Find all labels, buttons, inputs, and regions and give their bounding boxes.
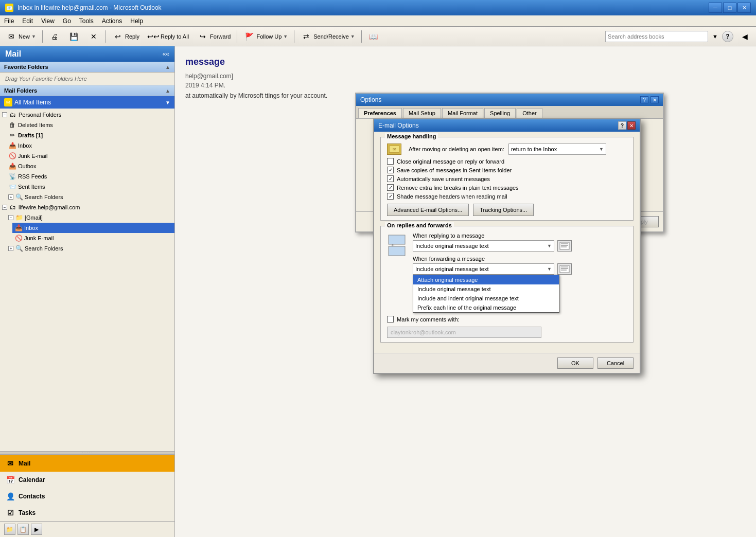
- junk-gmail-icon: 🚫: [14, 234, 23, 242]
- tree-rss[interactable]: 📡 RSS Feeds: [6, 171, 174, 182]
- search-personal-label: Search Folders: [25, 194, 63, 200]
- menu-edit[interactable]: Edit: [18, 16, 37, 26]
- nav-footer-shortcuts[interactable]: 📋: [17, 524, 29, 535]
- tree-sent[interactable]: 📨 Sent Items: [6, 182, 174, 192]
- forwarding-select-container: Include original message text ▼ Attach o…: [413, 263, 554, 275]
- cb-save-copies[interactable]: [387, 167, 394, 173]
- expand-search-personal[interactable]: +: [8, 194, 13, 200]
- tree-lifewire-account[interactable]: − 🗂 lifewire.help@gmail.com: [0, 202, 174, 212]
- forwarding-format-btn[interactable]: [557, 263, 572, 275]
- cb-auto-save[interactable]: [387, 175, 394, 182]
- tree-inbox-personal[interactable]: 📥 Inbox: [6, 140, 174, 151]
- menu-view[interactable]: View: [37, 16, 59, 26]
- expand-gmail[interactable]: −: [8, 215, 13, 220]
- sidebar-collapse-btn[interactable]: ««: [163, 50, 169, 58]
- envelope-inner: ✉: [389, 146, 399, 153]
- forwarding-select[interactable]: Include original message text ▼: [413, 263, 554, 275]
- cb-mark-comments[interactable]: [387, 316, 394, 323]
- followup-dropdown-arrow[interactable]: ▼: [283, 34, 288, 39]
- tree-search-personal[interactable]: + 🔍 Search Folders: [6, 192, 174, 202]
- opt-tab-preferences[interactable]: Preferences: [358, 108, 402, 118]
- save-button[interactable]: 💾: [65, 29, 83, 44]
- tree-drafts[interactable]: ✏ Drafts [1]: [6, 130, 174, 140]
- nav-footer-folders[interactable]: 📁: [4, 524, 15, 535]
- new-button[interactable]: ✉ New ▼: [2, 29, 40, 44]
- cb-close-original-label: Close original message on reply or forwa…: [397, 158, 504, 165]
- search-dropdown-btn[interactable]: ▼: [710, 29, 720, 44]
- tree-junk-personal[interactable]: 🚫 Junk E-mail: [6, 151, 174, 161]
- menu-tools[interactable]: Tools: [75, 16, 98, 26]
- close-button[interactable]: ✕: [737, 3, 751, 13]
- print-button[interactable]: 🖨: [45, 29, 64, 44]
- drag-here-text: Drag Your Favorite Folders Here: [0, 73, 174, 85]
- tracking-options-btn[interactable]: Tracking Options...: [473, 204, 534, 216]
- options-help-btn[interactable]: ?: [640, 96, 648, 103]
- send-receive-button[interactable]: ⇄ Send/Receive ▼: [297, 29, 358, 44]
- nav-tasks[interactable]: ☑ Tasks: [0, 505, 174, 521]
- eo-cancel-btn[interactable]: Cancel: [597, 357, 634, 369]
- address-book-button[interactable]: 📖: [364, 29, 383, 44]
- help-button[interactable]: ?: [722, 31, 733, 42]
- reply-all-button[interactable]: ↩↩ Reply to All: [144, 29, 192, 44]
- opt-tab-mail-format[interactable]: Mail Format: [442, 108, 483, 118]
- nav-calendar[interactable]: 📅 Calendar: [0, 472, 174, 488]
- new-dropdown-arrow[interactable]: ▼: [31, 34, 36, 39]
- tree-inbox-gmail[interactable]: 📥 Inbox: [12, 223, 174, 233]
- tree-outbox[interactable]: 📤 Outbox: [6, 161, 174, 171]
- opt-tab-mail-setup[interactable]: Mail Setup: [403, 108, 441, 118]
- expand-lifewire[interactable]: −: [2, 205, 7, 210]
- toolbar-extra-btn[interactable]: ◀: [735, 29, 754, 44]
- cb-shade-headers[interactable]: [387, 193, 394, 200]
- menu-file[interactable]: File: [0, 16, 18, 26]
- nav-footer-expand[interactable]: ▶: [31, 524, 42, 535]
- checkbox-save-copies: Save copies of messages in Sent Items fo…: [387, 167, 627, 173]
- contacts-nav-icon: 👤: [5, 491, 15, 502]
- mark-comments-input[interactable]: [387, 327, 541, 338]
- delete-button[interactable]: ✕: [84, 29, 103, 44]
- menu-go[interactable]: Go: [59, 16, 75, 26]
- replying-select[interactable]: Include original message text ▼: [413, 240, 554, 252]
- favorite-folders-collapse[interactable]: ▲: [165, 64, 170, 70]
- dropdown-option-include[interactable]: Include original message text: [413, 284, 559, 294]
- maximize-button[interactable]: □: [723, 3, 736, 13]
- dropdown-option-indent[interactable]: Include and indent original message text: [413, 294, 559, 303]
- sidebar-header: Mail ««: [0, 46, 174, 62]
- advanced-email-options-btn[interactable]: Advanced E-mail Options...: [387, 204, 469, 216]
- message-handling-section: Message handling ✉ After moving or delet…: [380, 137, 634, 221]
- tree-search-gmail[interactable]: + 🔍 Search Folders: [6, 243, 174, 254]
- replying-format-btn[interactable]: [557, 240, 572, 252]
- dropdown-option-prefix[interactable]: Prefix each line of the original message: [413, 303, 559, 312]
- menu-actions[interactable]: Actions: [98, 16, 126, 26]
- followup-button[interactable]: 🚩 Follow Up ▼: [240, 29, 291, 44]
- tree-gmail[interactable]: − 📁 [Gmail]: [6, 212, 174, 223]
- reply-button[interactable]: ↩ Reply: [109, 29, 143, 44]
- tree-junk-gmail[interactable]: 🚫 Junk E-mail: [12, 233, 174, 243]
- nav-mail[interactable]: ✉ Mail: [0, 455, 174, 472]
- options-close-btn[interactable]: ✕: [650, 96, 659, 103]
- send-receive-dropdown-arrow[interactable]: ▼: [350, 34, 355, 39]
- opt-tab-other[interactable]: Other: [517, 108, 542, 118]
- eo-close-btn[interactable]: ✕: [627, 121, 636, 130]
- search-area: ▼ ? ◀: [605, 29, 754, 44]
- eo-ok-btn[interactable]: OK: [557, 357, 593, 369]
- opt-tab-spelling[interactable]: Spelling: [484, 108, 516, 118]
- mail-folders-collapse[interactable]: ▲: [165, 88, 170, 94]
- cb-close-original[interactable]: [387, 158, 394, 165]
- dropdown-option-attach[interactable]: Attach original message: [413, 275, 559, 284]
- tree-personal-folders[interactable]: − 🗂 Personal Folders: [0, 110, 174, 120]
- options-controls: ? ✕: [640, 96, 659, 103]
- after-moving-select[interactable]: return to the Inbox ▼: [508, 144, 606, 155]
- minimize-button[interactable]: ─: [709, 3, 722, 13]
- cb-line-breaks[interactable]: [387, 184, 394, 191]
- all-mail-dropdown-arrow[interactable]: ▼: [165, 100, 170, 105]
- eo-help-btn[interactable]: ?: [618, 121, 626, 130]
- all-mail-items-selector[interactable]: ✉ All Mail Items ▼: [0, 96, 174, 109]
- window-controls[interactable]: ─ □ ✕: [709, 3, 751, 13]
- nav-contacts[interactable]: 👤 Contacts: [0, 488, 174, 505]
- search-address-books-input[interactable]: [605, 31, 708, 42]
- tree-deleted-items[interactable]: 🗑 Deleted Items: [6, 120, 174, 130]
- expand-search-gmail[interactable]: +: [8, 246, 13, 251]
- menu-help[interactable]: Help: [126, 16, 147, 26]
- expand-personal[interactable]: −: [2, 112, 7, 117]
- forward-button[interactable]: ↪ Forward: [194, 29, 234, 44]
